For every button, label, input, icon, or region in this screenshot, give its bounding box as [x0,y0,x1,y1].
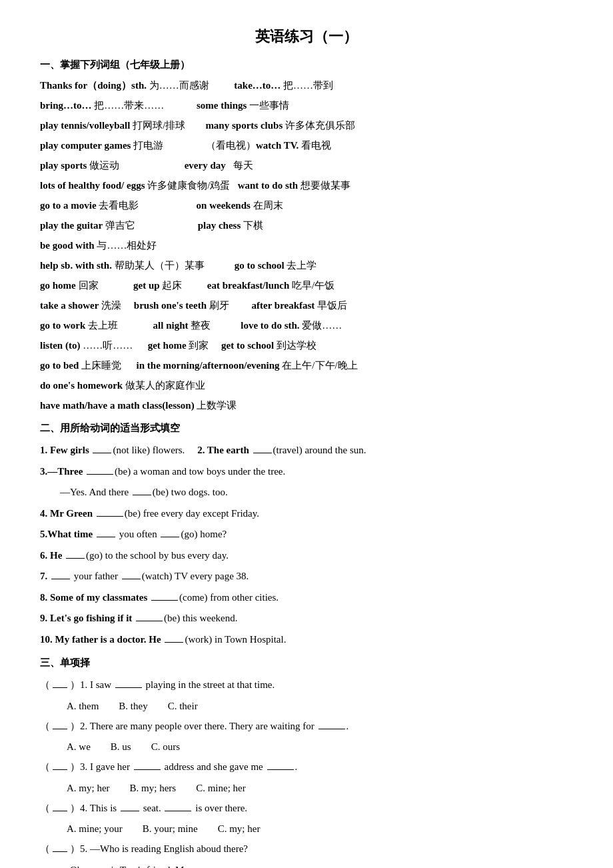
vocab-line: play tennis/volleyball 打网球/排球 many sport… [40,115,573,135]
vocab-line: take a shower 洗澡 brush one's teeth 刷牙 af… [40,295,573,315]
ex2-line2: 3.—Three (be) a woman and tow boys under… [40,461,573,483]
vocab-line: go home 回家 get up 起床 eat breakfast/lunch… [40,275,573,295]
ex2-line7: 7. your father (watch) TV every page 38. [40,566,573,587]
vocab-line: be good with 与……相处好 [40,235,573,255]
ex3-answers3: A. my; herB. my; hersC. mine; her [67,778,573,798]
ex3-item1: （）1. I saw playing in the street at that… [40,675,573,696]
vocab-line: listen (to) ……听…… get home 到家 get to sch… [40,335,573,355]
vocab-line: play the guitar 弹吉它 play chess 下棋 [40,215,573,235]
ex3-answers4: A. mine; yourB. your; mineC. my; her [67,819,573,839]
vocab-line: go to bed 上床睡觉 in the morning/afternoon/… [40,355,573,375]
vocab-line: play sports 做运动 every day 每天 [40,155,573,175]
section1-title: 一、掌握下列词组（七年级上册） [40,59,573,71]
ex2-line9: 9. Let's go fishing if it (be) this week… [40,608,573,629]
exercises-section2: 1. Few girls (not like) flowers. 2. The … [40,440,573,650]
section3-title: 三、单项择 [40,657,573,669]
vocab-line: play computer games 打电游 （看电视）watch TV. 看… [40,135,573,155]
ex2-line4: 4. Mr Green (be) free every day except F… [40,503,573,525]
vocab-section: Thanks for（doing）sth. 为……而感谢 take…to… 把…… [40,75,573,415]
vocab-line: have math/have a math class(lesson) 上数学课 [40,395,573,415]
ex3-item5b: —Oh, is Tom's friend, Mary. [60,860,573,869]
ex2-line8: 8. Some of my classmates (come) from oth… [40,587,573,609]
vocab-line: lots of healthy food/ eggs 许多健康食物/鸡蛋 wan… [40,175,573,195]
ex3-item3: （）3. I gave her address and she gave me … [40,757,573,778]
exercises-section3: （）1. I saw playing in the street at that… [40,675,573,868]
vocab-line: Thanks for（doing）sth. 为……而感谢 take…to… 把…… [40,75,573,95]
vocab-line: help sb. with sth. 帮助某人（干）某事 go to schoo… [40,255,573,275]
ex2-line10: 10. My father is a doctor. He (work) in … [40,629,573,651]
vocab-line: go to a movie 去看电影 on weekends 在周末 [40,195,573,215]
vocab-line: go to work 去上班 all night 整夜 love to do s… [40,315,573,335]
vocab-line: bring…to… 把……带来…… some things 一些事情 [40,95,573,115]
ex3-item2: （）2. There are many people over there. T… [40,716,573,737]
page-title: 英语练习（一） [40,27,573,47]
ex2-line6: 6. He (go) to the school by bus every da… [40,545,573,567]
ex3-answers2: A. weB. usC. ours [67,737,573,757]
ex3-item5: （）5. —Who is reading English aboud there… [40,839,573,860]
section2-title: 二、用所给动词的适当形式填空 [40,422,573,435]
ex2-line5: 5.What time you often (go) home? [40,524,573,545]
ex2-line3: —Yes. And there (be) two dogs. too. [60,482,573,503]
ex2-line1: 1. Few girls (not like) flowers. 2. The … [40,440,573,461]
vocab-line: do one's homework 做某人的家庭作业 [40,375,573,395]
ex3-item4: （）4. This is seat. is over there. [40,798,573,819]
ex3-answers1: A. themB. theyC. their [67,696,573,716]
